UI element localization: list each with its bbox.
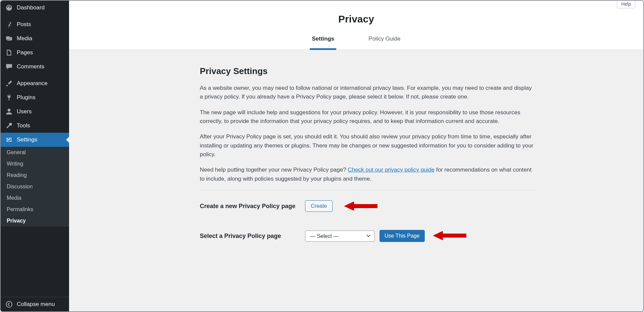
select-row: Select a Privacy Policy page — Select — … xyxy=(200,230,545,242)
user-icon xyxy=(5,108,13,115)
sidebar-item-posts[interactable]: Posts xyxy=(1,17,69,32)
sidebar-item-tools[interactable]: Tools xyxy=(1,119,69,133)
tabs: Settings Policy Guide xyxy=(69,31,643,50)
sliders-icon xyxy=(5,136,13,143)
sidebar-item-settings[interactable]: Settings xyxy=(1,133,69,147)
sidebar-item-appearance[interactable]: Appearance xyxy=(1,76,69,90)
svg-point-1 xyxy=(8,109,11,112)
intro-paragraph-3: After your Privacy Policy page is set, y… xyxy=(200,132,535,159)
submenu-privacy[interactable]: Privacy xyxy=(1,215,69,227)
create-button[interactable]: Create xyxy=(305,200,333,212)
submenu-writing[interactable]: Writing xyxy=(1,158,69,170)
section-heading: Privacy Settings xyxy=(200,66,545,76)
comment-icon xyxy=(5,63,13,70)
create-label: Create a new Privacy Policy page xyxy=(200,203,305,210)
brush-icon xyxy=(5,80,13,87)
p4-prefix: Need help putting together your new Priv… xyxy=(200,167,348,173)
help-button[interactable]: Help xyxy=(617,0,635,8)
sidebar-item-media[interactable]: Media xyxy=(1,32,69,46)
submenu-reading[interactable]: Reading xyxy=(1,170,69,181)
collapse-label: Collapse menu xyxy=(17,301,55,308)
settings-submenu: General Writing Reading Discussion Media… xyxy=(1,147,69,227)
collapse-icon xyxy=(5,301,13,308)
sidebar-item-pages[interactable]: Pages xyxy=(1,46,69,60)
page-header: Help Privacy Settings Policy Guide xyxy=(69,1,643,50)
submenu-permalinks[interactable]: Permalinks xyxy=(1,204,69,215)
plug-icon xyxy=(5,94,13,101)
sidebar-item-comments[interactable]: Comments xyxy=(1,60,69,74)
sidebar-label: Tools xyxy=(17,122,30,129)
sidebar-label: Dashboard xyxy=(17,4,45,11)
create-row: Create a new Privacy Policy page Create xyxy=(200,200,545,212)
use-this-page-button[interactable]: Use This Page xyxy=(379,230,425,242)
pin-icon xyxy=(5,21,13,28)
svg-point-2 xyxy=(6,301,12,307)
content-area: Privacy Settings As a website owner, you… xyxy=(69,50,545,260)
select-label: Select a Privacy Policy page xyxy=(200,233,305,240)
privacy-page-select[interactable]: — Select — xyxy=(305,231,375,242)
sidebar-item-dashboard[interactable]: Dashboard xyxy=(1,1,69,15)
submenu-general[interactable]: General xyxy=(1,147,69,158)
sidebar-label: Settings xyxy=(17,136,37,143)
intro-paragraph-1: As a website owner, you may need to foll… xyxy=(200,84,535,102)
policy-guide-link[interactable]: Check out our privacy policy guide xyxy=(348,167,434,173)
wrench-icon xyxy=(5,122,13,129)
divider xyxy=(200,190,535,190)
annotation-arrow-create xyxy=(344,200,377,214)
dashboard-icon xyxy=(5,4,13,11)
intro-paragraph-4: Need help putting together your new Priv… xyxy=(200,166,535,183)
sidebar-item-plugins[interactable]: Plugins xyxy=(1,90,69,105)
sidebar-label: Posts xyxy=(17,21,31,28)
submenu-discussion[interactable]: Discussion xyxy=(1,181,69,192)
sidebar-label: Pages xyxy=(17,49,33,56)
admin-sidebar: Dashboard Posts Media Pages Comments App… xyxy=(1,1,69,311)
collapse-menu[interactable]: Collapse menu xyxy=(1,297,69,311)
sidebar-label: Media xyxy=(17,35,32,42)
sidebar-item-users[interactable]: Users xyxy=(1,105,69,119)
page-title: Privacy xyxy=(69,1,643,31)
submenu-media[interactable]: Media xyxy=(1,192,69,204)
intro-paragraph-2: The new page will include help and sugge… xyxy=(200,108,535,126)
main-content: Help Privacy Settings Policy Guide Priva… xyxy=(69,1,643,311)
svg-point-0 xyxy=(7,37,7,38)
tab-policy-guide[interactable]: Policy Guide xyxy=(366,31,402,50)
sidebar-label: Comments xyxy=(17,63,44,70)
annotation-arrow-use xyxy=(433,229,466,243)
page-icon xyxy=(5,49,13,56)
sidebar-label: Users xyxy=(17,108,32,115)
tab-settings[interactable]: Settings xyxy=(310,31,336,50)
sidebar-label: Appearance xyxy=(17,80,48,87)
media-icon xyxy=(5,35,13,42)
sidebar-label: Plugins xyxy=(17,94,36,101)
